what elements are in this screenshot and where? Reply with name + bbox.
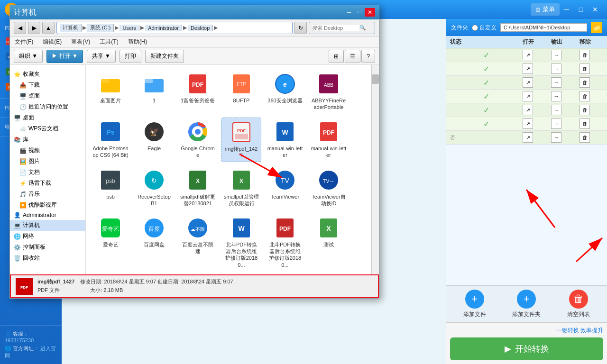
fe-minimize-button[interactable]: ─ [344,8,354,17]
file-item-tv2[interactable]: TV↔ TeamViewer自动换ID [309,166,349,210]
file-item-eagle[interactable]: 🦅 Eagle [134,118,174,163]
file-item-1[interactable]: 1 [134,70,174,114]
fe-menu-help[interactable]: 帮助(H) [126,37,149,47]
file-item-tv[interactable]: TV TeamViewer [265,166,305,210]
fe-tree-video[interactable]: 🎬 视频 [10,145,85,156]
file-item-beidou1[interactable]: W 北斗PDF转换器后台系统维护修订版20180... [221,214,261,271]
file-item-desktop-pic[interactable]: 桌面图片 [91,70,130,114]
fe-tree-recycle[interactable]: 🗑️ 回收站 [10,253,85,264]
fe-share-button[interactable]: 共享 ▼ [87,50,116,63]
fe-search-input[interactable] [312,25,359,31]
file-item-manual2[interactable]: PDF manual-win-letter [309,118,349,163]
file-item-abbyy[interactable]: ABB ABBYYFineReaderPortable [309,70,349,114]
fe-view-grid-button[interactable]: ⊞ [329,50,344,63]
output-button[interactable]: → [551,105,561,115]
customer-phone[interactable]: 1933175230 [5,337,34,343]
open-button[interactable]: ↗ [523,105,533,115]
fe-addr-users[interactable]: Users [120,25,139,31]
add-folder-button[interactable]: + 添加文件夹 [512,290,541,318]
output-button[interactable]: → [551,77,561,88]
fe-addr-desktop[interactable]: Desktop [188,25,213,31]
fe-tree-computer[interactable]: 💻 计算机 [10,220,85,231]
fe-menu-tools[interactable]: 工具(T) [98,37,120,47]
maximize-button[interactable]: □ [574,4,588,15]
fe-open-button[interactable]: ▶ 打开 ▼ [46,50,83,63]
file-item-recover[interactable]: ↻ RecoverSetupB1 [134,166,174,210]
fe-close-button[interactable]: ✕ [365,8,375,17]
fe-tree-thunder[interactable]: ⚡ 迅雷下载 [10,178,85,189]
fe-organize-button[interactable]: 组织 ▼ [14,50,43,63]
add-file-button[interactable]: + 添加文件 [463,290,486,318]
remove-button[interactable]: 🗑 [579,50,590,60]
fe-tree-control-panel[interactable]: ⚙️ 控制面板 [10,242,85,253]
custom-radio[interactable]: 自定义 [472,24,497,32]
file-item-pdf-dad[interactable]: PDF 1富爸爸穷爸爸 [178,70,218,114]
fe-tree-download[interactable]: 📥 下载 [10,80,85,91]
fe-scrollbar[interactable] [371,65,379,274]
fe-refresh-button[interactable]: ↻ [294,22,307,34]
fe-tree-network[interactable]: 🌐 网络 [10,231,85,242]
start-convert-button[interactable]: ▶ 开始转换 [450,337,603,360]
fe-tree-desktop2[interactable]: 🖥️ 桌面 [10,112,85,123]
fe-view-help-button[interactable]: ? [361,50,375,63]
fe-tree-desktop[interactable]: 🖥️ 桌面 [10,91,85,101]
file-item-iqiyi[interactable]: 爱奇艺 爱奇艺 [91,214,130,271]
fe-tree-recent[interactable]: 🕐 最近访问的位置 [10,101,85,112]
fe-tree-favorites[interactable]: ⭐ 收藏夹 [10,69,85,80]
remove-button[interactable]: 🗑 [579,77,590,88]
file-item-img-pdf[interactable]: PDF img转pdf_1427 [221,118,261,163]
minimize-button[interactable]: ─ [560,4,574,15]
output-button[interactable]: → [551,118,561,129]
file-item-baidu-disk[interactable]: 百度 百度网盘 [134,214,174,271]
output-button[interactable]: → [551,91,561,101]
fe-back-button[interactable]: ◀ [14,22,26,34]
file-item-chrome[interactable]: Google Chrome [178,118,218,163]
fe-tree-library[interactable]: 📚 库 [10,134,85,145]
fe-print-button[interactable]: 打印 [120,50,141,63]
browse-folder-button[interactable]: 📁 [591,22,602,33]
output-button[interactable]: → [551,50,561,60]
file-item-smallpdf1[interactable]: X smallpdf破解更替20180821 [178,166,218,210]
close-button[interactable]: ✕ [588,4,602,15]
remove-button[interactable]: 🗑 [579,118,590,129]
fe-menu-edit[interactable]: 编辑(E) [41,37,64,47]
path-input[interactable] [500,23,587,32]
fe-tree-youku[interactable]: ▶️ 优酷影视库 [10,200,85,210]
fe-forward-button[interactable]: ▶ [28,22,40,34]
file-item-test[interactable]: X 测试 [309,214,349,271]
remove-button[interactable]: 🗑 [579,91,590,101]
fe-menu-file[interactable]: 文件(F) [13,37,35,47]
fe-view-list-button[interactable]: ☰ [345,50,360,63]
fe-address-bar[interactable]: 计算机 ▶ 系统 (C:) ▶ Users ▶ Administrator ▶ … [56,22,293,34]
file-item-smallpdf2[interactable]: X smallpdf以管理员权限运行 [221,166,261,210]
remove-button[interactable]: 🗑 [579,132,590,143]
fe-tree-wps[interactable]: ☁️ WPS云文档 [10,123,85,134]
file-item-baidu-cloud[interactable]: ☁不限 百度云盘不限速 [178,214,218,271]
fe-new-folder-button[interactable]: 新建文件夹 [145,50,184,63]
fe-addr-c[interactable]: 系统 (C:) [87,24,114,32]
output-button[interactable]: → [551,132,561,143]
file-item-psb[interactable]: psb psb [91,166,130,210]
open-button[interactable]: ↗ [523,50,533,60]
open-button[interactable]: ↗ [523,132,533,143]
fe-tree-music[interactable]: 🎵 音乐 [10,189,85,200]
open-button[interactable]: ↗ [523,64,533,74]
clear-list-button[interactable]: 🗑 清空列表 [567,290,590,318]
file-item-ps[interactable]: Ps Adobe Photoshop CS6 (64 Bit) [91,118,130,163]
fe-up-button[interactable]: ▲ [42,22,55,34]
fe-tree-picture[interactable]: 🖼️ 图片 [10,156,85,167]
fe-restore-button[interactable]: □ [354,8,365,17]
fe-tree-admin[interactable]: 👤 Administrator [10,210,85,220]
fe-tree-docs[interactable]: 📄 文档 [10,167,85,178]
file-item-beidou2[interactable]: PDF 北斗PDF转换器后台系统维护修订版20180... [265,214,305,271]
fe-addr-admin[interactable]: Administrator [145,25,182,31]
file-item-manual1[interactable]: W manual-win-letter [265,118,305,163]
fe-menu-view[interactable]: 查看(V) [69,37,92,47]
open-button[interactable]: ↗ [523,91,533,101]
open-button[interactable]: ↗ [523,118,533,129]
menu-button[interactable]: ⊞ 菜单 [531,3,560,16]
fe-addr-computer[interactable]: 计算机 [60,24,82,32]
remove-button[interactable]: 🗑 [579,64,590,74]
file-item-ftp[interactable]: FTP 8UFTP [221,70,261,114]
remove-button[interactable]: 🗑 [579,105,590,115]
